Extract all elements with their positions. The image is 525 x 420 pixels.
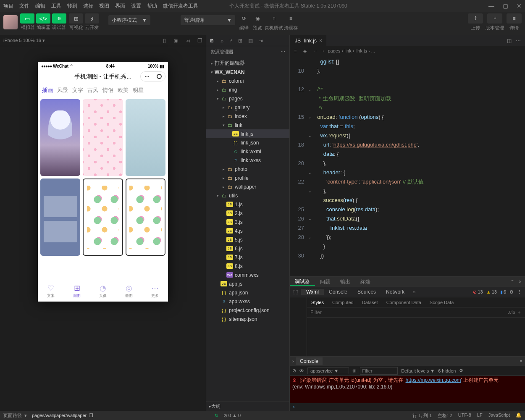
file-node[interactable]: JS1.js [206, 200, 289, 209]
avatar[interactable] [3, 15, 18, 29]
file-node[interactable]: ▸🗀wallpaper [206, 182, 289, 191]
eye-icon[interactable]: ◉ [352, 368, 357, 373]
refresh-icon[interactable]: ↻ [215, 413, 218, 418]
wallpaper-thumb[interactable] [83, 99, 123, 176]
menu-item[interactable]: 转到 [67, 3, 77, 9]
console-input[interactable]: › [290, 403, 525, 411]
device-icon[interactable]: ▯ [163, 37, 166, 44]
clear-icon[interactable]: ⊘ [292, 368, 296, 373]
file-node[interactable]: JS5.js [206, 235, 289, 244]
file-node[interactable]: { }app.json [206, 288, 289, 297]
editor-tab[interactable]: JS link.js × [290, 35, 327, 46]
menu-item[interactable]: 界面 [115, 3, 125, 9]
file-node[interactable]: #link.wxss [206, 156, 289, 165]
more-icon[interactable]: ⋯ [516, 38, 521, 44]
tool-icon[interactable]: ≡ [507, 13, 522, 24]
more-icon[interactable]: ⋯ [281, 49, 285, 55]
tool-icon[interactable]: ⟳ [238, 13, 250, 24]
cloud-toggle[interactable]: ∂ [85, 13, 99, 24]
debugger-toggle[interactable]: ≋ [52, 13, 66, 24]
wallpaper-thumb[interactable] [126, 99, 165, 176]
file-node[interactable]: ◇link.wxml [206, 147, 289, 156]
category-tabs[interactable]: 插画风景文字古风情侣欧美明星 [38, 84, 168, 97]
mode-select[interactable]: 小程序模式▼ [108, 15, 150, 25]
close-icon[interactable]: × [319, 38, 322, 44]
menu-item[interactable]: 微信开发者工具 [163, 3, 198, 9]
menu-item[interactable]: 设置 [131, 3, 141, 9]
console-tab[interactable]: Console [296, 357, 323, 365]
split-icon[interactable]: ◫ [507, 38, 512, 44]
file-node[interactable]: JS6.js [206, 244, 289, 253]
tool-icon[interactable]: ⑂ [487, 13, 502, 24]
copy-icon[interactable]: ❐ [89, 413, 93, 418]
chevron-right-icon[interactable]: › [292, 358, 294, 364]
console-filter[interactable] [360, 367, 398, 375]
tool-icon[interactable]: ⎍ [268, 13, 280, 24]
file-node[interactable]: { }link.json [206, 138, 289, 147]
context-select[interactable]: appservice ▼ [307, 368, 349, 374]
layout-icon[interactable]: ▥ [248, 38, 253, 44]
eye-icon[interactable]: 👁 [299, 368, 304, 373]
record-icon[interactable]: ◉ [173, 37, 178, 44]
build-select[interactable]: 普通编译▼ [181, 15, 235, 25]
forward-icon[interactable]: → [320, 48, 325, 53]
gear-icon[interactable]: ⚙ [459, 368, 463, 373]
minimize-button[interactable]: ― [488, 3, 494, 9]
file-node[interactable]: JS8.js [206, 262, 289, 270]
tool-icon[interactable]: ≡ [285, 13, 297, 24]
outline-header[interactable]: ▸ 大纲 [206, 402, 289, 411]
file-node[interactable]: JS2.js [206, 209, 289, 218]
filter-input[interactable]: Filter [310, 310, 322, 315]
file-node[interactable]: ▾🗀utils [206, 191, 289, 200]
file-node[interactable]: JS7.js [206, 253, 289, 262]
file-node[interactable]: ▸🗀gallery [206, 103, 289, 112]
phone-simulator[interactable]: ●●●●● WeChat ⌃ 8:44 100% ▮▮ 手机潮图 - 让手机秀.… [38, 62, 168, 302]
file-node[interactable]: { }project.config.json [206, 306, 289, 315]
file-tree[interactable]: ▸打开的编辑器▾WX_WENAN▸🗀colorui▸🗀img▾🗀pages▸🗀g… [206, 57, 289, 402]
tool-icon[interactable]: ⤴ [468, 13, 483, 24]
bell-icon[interactable]: 🔔 [516, 412, 522, 419]
wxml-tree[interactable] [290, 297, 307, 356]
menu-item[interactable]: 编辑 [35, 3, 45, 9]
simulator-toggle[interactable]: ▭ [20, 13, 34, 24]
search-icon[interactable]: ⌕ [220, 38, 223, 44]
copy-icon[interactable]: ❐ [197, 37, 202, 44]
file-node[interactable]: #app.wxss [206, 297, 289, 306]
bookmark-icon[interactable]: ◈ [303, 48, 307, 54]
mute-icon[interactable]: ◅ [186, 37, 190, 44]
menu-item[interactable]: 文件 [19, 3, 29, 9]
tool-icon[interactable]: ◉ [251, 13, 264, 24]
file-node[interactable]: ▸🗀index [206, 112, 289, 121]
wallpaper-thumb[interactable] [40, 99, 80, 176]
file-node[interactable]: JSlink.js [206, 129, 289, 138]
file-node[interactable]: ▸🗀img [206, 85, 289, 94]
grid-icon[interactable]: ⊞ [238, 38, 242, 44]
file-node[interactable]: ▸🗀colorui [206, 76, 289, 85]
wallpaper-thumb[interactable] [83, 178, 123, 255]
back-icon[interactable]: ← [313, 48, 318, 53]
file-node[interactable]: JSapp.js [206, 279, 289, 288]
file-node[interactable]: ▸🗀profile [206, 173, 289, 182]
branch-icon[interactable]: ⑂ [229, 38, 232, 44]
editor-toggle[interactable]: </> [36, 13, 50, 24]
ext-icon[interactable]: ⇥ [259, 38, 263, 44]
maximize-button[interactable]: ▢ [503, 3, 508, 9]
files-icon[interactable]: 🗎 [210, 38, 215, 44]
file-node[interactable]: ▾🗀pages [206, 94, 289, 103]
close-button[interactable]: ✕ [517, 3, 522, 9]
menu-item[interactable]: 帮助 [147, 3, 157, 9]
wallpaper-thumb[interactable] [40, 178, 80, 255]
inspect-icon[interactable]: ⬚ [290, 289, 301, 295]
list-icon[interactable]: ≡ [294, 48, 297, 53]
file-node[interactable]: { }sitemap.json [206, 315, 289, 323]
file-node[interactable]: WXcomm.wxs [206, 270, 289, 279]
menu-item[interactable]: 项目 [3, 3, 13, 9]
menu-item[interactable]: 工具 [51, 3, 61, 9]
bottom-tabbar[interactable]: ♡文案⊞潮图◔头像◎套图⋯更多 [38, 280, 168, 302]
file-node[interactable]: JS4.js [206, 226, 289, 235]
wallpaper-thumb[interactable] [126, 178, 165, 255]
file-node[interactable]: ▸🗀photo [206, 165, 289, 173]
code-editor[interactable]: 10 12 15 18 20 22 25262728 30 ⌄ ⌄ ⌄ ⌄ ⌄ … [290, 55, 525, 276]
settings-icon[interactable]: ⚙ [509, 289, 514, 295]
menu-item[interactable]: 选择 [83, 3, 93, 9]
